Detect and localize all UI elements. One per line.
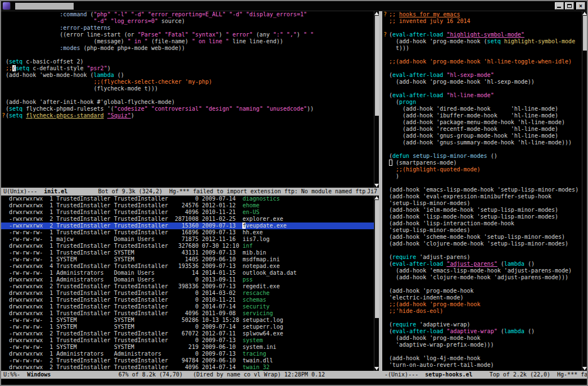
code-segment: (add-hook 'lisp-mode-hook 'setup-lisp-mi…	[389, 214, 558, 220]
emacs-app-icon[interactable]	[3, 2, 10, 10]
dired-file-name[interactable]: mib.bin	[242, 249, 266, 256]
dired-row[interactable]: drwxrwxrwx 1 TrustedInstaller TrustedIns…	[1, 202, 374, 209]
dired-file-attributes: -rw-rw-rw- 1 majcw Domain Users 71875 20…	[6, 236, 242, 242]
dired-directory-name[interactable]: inf	[242, 243, 252, 249]
dired-row[interactable]: drwxrwxrwx 1 TrustedInstaller TrustedIns…	[1, 297, 374, 303]
dired-file-attributes: -rwxrwxrwx 2 TrustedInstaller TrustedIns…	[6, 283, 242, 289]
dired-row[interactable]: drwxrwxrwx 2 TrustedInstaller TrustedIns…	[1, 364, 374, 371]
dired-directory-name[interactable]: security	[242, 303, 269, 310]
scroll-up-arrow-icon[interactable]	[374, 196, 379, 199]
dired-row[interactable]: -rw-rw-rw- 1 SYSTEM SYSTEM 0 2009-07-14 …	[1, 324, 374, 330]
dired-file-name[interactable]: notepad.exe	[242, 263, 279, 269]
dired-directory-name[interactable]: pss	[242, 276, 252, 283]
dired-row[interactable]: -rwxrwxrwx 2 TrustedInstaller TrustedIns…	[1, 216, 374, 222]
code-segment: lambda	[504, 328, 524, 334]
dired-row[interactable]: -rwxrwxrwx 2 TrustedInstaller TrustedIns…	[1, 283, 374, 290]
dired-row[interactable]: -rw-rw-rw- 2 TrustedInstaller TrustedIns…	[1, 357, 374, 364]
dired-file-attributes: -rwxrwxrwx 4 TrustedInstaller TrustedIns…	[6, 263, 242, 269]
minimize-button[interactable]	[555, 2, 564, 10]
code-segment: t)))	[389, 45, 409, 51]
dired-file-name[interactable]: splwow64.exe	[242, 330, 283, 337]
code-line: ((error line-start (or "Parse" "Fatal" "…	[1, 31, 374, 38]
code-segment: "adjust-parens"	[446, 261, 497, 267]
dired-file-attributes: drwxrwxrwx 1 TrustedInstaller TrustedIns…	[6, 297, 242, 303]
buffer-dired-windows[interactable]: drwxrwxrwx 1 TrustedInstaller TrustedIns…	[1, 196, 374, 371]
maximize-icon	[567, 4, 572, 8]
dired-directory-name[interactable]: servicing	[242, 310, 273, 316]
dired-row[interactable]: drwxrwxrwx 1 TrustedInstaller TrustedIns…	[1, 303, 374, 310]
dired-row-selected[interactable]: -rwxrwxrwx 2 TrustedInstaller TrustedIns…	[1, 222, 374, 229]
dired-row[interactable]: -rw-rw-rw- 1 Administrators Domain Users…	[1, 270, 374, 276]
dired-row[interactable]: -rw-rw-rw- 1 TrustedInstaller TrustedIns…	[1, 229, 374, 236]
dired-file-name[interactable]: msdfmap.ini	[242, 256, 279, 262]
code-line: (add-hook 'lisp-interaction-mode-hook	[382, 220, 582, 227]
dired-row[interactable]: drwxrwxrwx 1 Administrators Domain Users…	[1, 276, 374, 283]
dired-directory-name[interactable]: en-US	[242, 209, 259, 215]
code-segment: setq	[16, 65, 29, 71]
code-segment: progn	[399, 99, 416, 105]
code-line	[382, 85, 582, 92]
dired-row[interactable]: drwxrwxrwx 1 TrustedInstaller TrustedIns…	[1, 209, 374, 216]
dired-file-name[interactable]: iis7.log	[242, 236, 269, 242]
dired-directory-name[interactable]: twain_32	[242, 364, 269, 370]
scroll-up-arrow-icon[interactable]	[582, 12, 587, 15]
scrollbar-dired[interactable]	[374, 196, 379, 371]
dired-row[interactable]: -rw-rw-rw- 1 majcw Domain Users 71875 20…	[1, 236, 374, 243]
dired-directory-name[interactable]: tracing	[242, 351, 266, 357]
scroll-down-arrow-icon[interactable]	[374, 367, 379, 370]
code-segment: (add-hook 'gnus-summary-mode-hook 'hl-li…	[389, 139, 572, 146]
dired-file-name[interactable]: setupact.log	[242, 317, 283, 323]
scroll-down-arrow-icon[interactable]	[374, 184, 379, 187]
dired-file-attributes: -rw-rw-rw- 1 SYSTEM SYSTEM 219 2009-06-1…	[6, 344, 242, 350]
code-segment: setq	[9, 112, 22, 119]
code-line: (add-hook 'package-menu-mode-hook 'hl-li…	[382, 119, 582, 126]
maximize-button[interactable]	[565, 2, 574, 10]
dired-file-name[interactable]: twain.dll	[242, 357, 273, 364]
scrollbar-thumb[interactable]	[375, 16, 379, 116]
dired-row[interactable]: drwxrwxrwx 1 TrustedInstaller TrustedIns…	[1, 290, 374, 297]
scrollbar-init-el[interactable]	[374, 11, 379, 188]
dired-directory-name[interactable]: rescache	[242, 290, 269, 296]
scrollbar-thumb[interactable]	[375, 200, 379, 318]
scroll-down-arrow-icon[interactable]	[582, 367, 587, 370]
dired-directory-name[interactable]: ehome	[242, 202, 259, 208]
echo-area[interactable]	[1, 379, 587, 385]
code-line: ?(eval-after-load "highlight-symbol-mode…	[382, 31, 582, 38]
dired-row[interactable]: drwxrwxrwx 1 TrustedInstaller TrustedIns…	[1, 337, 374, 344]
dired-row[interactable]: drwxrwxrwx 1 TrustedInstaller TrustedIns…	[1, 310, 374, 317]
dired-directory-name[interactable]: diagnostics	[242, 196, 279, 202]
dired-file-name[interactable]: regedit.exe	[242, 283, 279, 289]
dired-row[interactable]: drwxrwxrwx 1 TrustedInstaller TrustedIns…	[1, 196, 374, 202]
dired-row[interactable]: -rw-rw-rw- 1 SYSTEM SYSTEM 219 2009-06-1…	[1, 344, 374, 351]
code-segment: ;;'hide-dos-eol)	[389, 308, 443, 314]
dired-file-name[interactable]: setuperr.log	[242, 324, 283, 330]
dired-directory-name[interactable]: system	[242, 337, 263, 343]
buffer-init-el[interactable]: :command ("php" "-l" "-d" "error_reporti…	[1, 11, 374, 188]
dired-row[interactable]: -rw-rw-rw- 1 TrustedInstaller SYSTEM 431…	[1, 249, 374, 256]
close-button[interactable]: ×	[576, 2, 585, 10]
code-segment: setq	[9, 106, 22, 112]
code-line: (progn	[382, 99, 582, 106]
scrollbar-setup-hooks[interactable]	[582, 11, 587, 371]
dired-row[interactable]: -rwxrwxrwx 4 TrustedInstaller TrustedIns…	[1, 263, 374, 270]
dired-row[interactable]: -rw-rw-rw- 1 SYSTEM SYSTEM 1405 2009-06-…	[1, 256, 374, 263]
dired-file-name[interactable]: system.ini	[242, 344, 276, 350]
code-segment: (add-hook 'prog-mode-hook 'hl-sexp-mode)…	[389, 79, 535, 85]
dired-row[interactable]: drwxrwxrwx 1 Administrators Administrato…	[1, 351, 374, 357]
code-segment: "naming"	[236, 106, 263, 112]
code-segment: "hl-sexp-mode"	[446, 72, 494, 78]
code-segment: require	[392, 321, 416, 328]
dired-row[interactable]: -rwxrwxrwx 2 TrustedInstaller TrustedIns…	[1, 330, 374, 337]
dired-file-name[interactable]: outlook_data.dat	[242, 270, 296, 276]
dired-directory-name[interactable]: schemas	[242, 297, 266, 303]
dired-file-name[interactable]: hh.exe	[242, 229, 263, 235]
code-line: (eval-after-load "adaptive-wrap" (lambda…	[382, 328, 582, 335]
code-line: (add-hook 'prog-mode-hook	[382, 288, 582, 294]
dired-file-name[interactable]: explorer.exe	[242, 216, 283, 222]
scrollbar-thumb[interactable]	[583, 16, 587, 51]
dired-file-name[interactable]: veupdate.exe	[246, 222, 286, 229]
scroll-up-arrow-icon[interactable]	[374, 12, 379, 15]
dired-row[interactable]: drwxrwxrwx 1 TrustedInstaller TrustedIns…	[1, 243, 374, 249]
dired-row[interactable]: -rw-rw-rw- 1 SYSTEM SYSTEM 50286 10-13 1…	[1, 317, 374, 324]
buffer-setup-hooks[interactable]: ?;; hooks for my emacs;; invented july 1…	[382, 11, 582, 371]
